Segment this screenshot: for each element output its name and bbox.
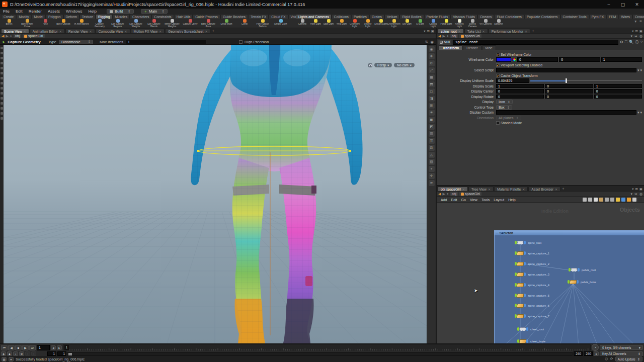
path-node-chip[interactable]: spaceGirl	[459, 192, 481, 196]
shelf-tool-spot-light[interactable]: Spot Light	[322, 19, 335, 28]
render-flag[interactable]	[524, 241, 526, 244]
parm-tab-transform[interactable]: Transform	[439, 45, 462, 50]
high-precision-checkbox[interactable]	[239, 40, 243, 44]
shelf-tool-environment-light[interactable]: Environment Light	[387, 19, 400, 28]
maximize-button[interactable]: ▢	[616, 2, 630, 7]
display-option-icon-3[interactable]: ⤢	[429, 67, 435, 73]
shelf-tab-oceans[interactable]: Oceans	[477, 14, 494, 19]
vector-field[interactable]: 1	[594, 84, 642, 88]
go-start-button[interactable]: ⏮	[1, 345, 8, 350]
jump-icon[interactable]: ➥	[634, 192, 637, 196]
left-tool-icon-4[interactable]	[1, 67, 3, 69]
left-tool-icon-12[interactable]	[1, 107, 3, 110]
display-option-icon-16[interactable]: ▧	[429, 159, 435, 165]
render-flag[interactable]	[524, 273, 526, 276]
view-selector[interactable]: Persp▾	[374, 63, 392, 67]
shelf-tab-lights-and-cameras[interactable]: Lights and Cameras	[296, 14, 332, 19]
viewport-tab-scene-view[interactable]: Scene View✕	[1, 29, 29, 33]
display-flag[interactable]	[517, 327, 519, 331]
shelf-tab-collisions[interactable]: Collisions	[332, 14, 351, 19]
shelf-tool-mirror-capture-weights[interactable]: Mirror Capture Weights	[163, 19, 181, 28]
display-option-icon-4[interactable]: ▦	[429, 74, 435, 80]
character-model[interactable]	[185, 45, 366, 343]
jump-icon[interactable]: ➥	[634, 34, 637, 38]
display-option-icon-13[interactable]: ◫	[429, 138, 435, 144]
shelf-tab-rigging[interactable]: Rigging	[96, 14, 112, 19]
params-tab-add[interactable]: +	[532, 29, 534, 33]
shelf-tab-vellum[interactable]: Vellum	[384, 14, 399, 19]
params-tab-take-list[interactable]: Take List✕	[464, 29, 488, 33]
left-tool-icon-14[interactable]	[1, 117, 3, 120]
shelf-tool-edit-capture-weights[interactable]: Edit Capture Weights	[127, 19, 145, 28]
current-frame-field[interactable]: 1	[37, 345, 50, 350]
node-spine_root[interactable]: spine_root	[515, 240, 541, 245]
shelf-tab-characters[interactable]: Characters	[130, 14, 151, 19]
hip-control-circle[interactable]	[197, 146, 351, 335]
keys-summary-dropdown[interactable]: 0 keys, 5/9 channels ▾	[600, 345, 643, 350]
checkbox-cache-object-transform[interactable]: ✔	[496, 74, 500, 77]
notes-icon[interactable]	[616, 198, 620, 202]
playback-options-button[interactable]: ◔	[592, 344, 599, 351]
shelf-tab-viscous-fluids[interactable]: Viscous Fluids	[450, 14, 477, 19]
render-flag[interactable]	[524, 251, 526, 255]
shelf-tab-grains[interactable]: Grains	[369, 14, 384, 19]
snapshot-icon[interactable]	[594, 198, 598, 202]
main-desktop-selector[interactable]: ＋ Main ⇕	[141, 9, 168, 14]
forward-icon[interactable]: ▶	[442, 192, 445, 196]
shelf-tool-bake-capture-pose[interactable]: Bake Capture Pose	[199, 19, 217, 28]
timeline-ruler[interactable]: 1	[63, 344, 591, 350]
shelf-tool-area-light[interactable]: Area Light	[335, 19, 348, 28]
key-mode-dropdown[interactable]: Key All Channels ⇕	[600, 351, 643, 356]
pane-menu-icon[interactable]: ▾	[632, 29, 633, 33]
shelf-tab-particle-fluids[interactable]: Particle Fluids	[424, 14, 451, 19]
shelf-tool-vr-camera[interactable]: VR Camera	[479, 19, 492, 28]
render-flag[interactable]	[578, 268, 580, 272]
pane-menu-icon[interactable]: ▾	[632, 187, 633, 191]
ghost-icon[interactable]: ▫	[25, 351, 30, 356]
shelf-tool-portal-light[interactable]: Portal Light	[440, 19, 453, 28]
left-tool-icon-5[interactable]	[1, 72, 3, 74]
display-option-icon-12[interactable]: ▥	[429, 131, 435, 137]
params-tab-spine-root[interactable]: spine_root✕	[438, 29, 464, 33]
display-option-icon-0[interactable]: ◉	[429, 46, 435, 52]
pin-icon[interactable]: ⌖	[447, 192, 449, 196]
shelf-tool-capture-geometry[interactable]: Capture Geometry	[91, 19, 109, 28]
chevron-down-icon[interactable]: ▾	[631, 34, 633, 38]
network-tab-obj-spacegirl[interactable]: obj spaceGirl✕	[438, 187, 468, 191]
menu-render[interactable]: Render	[26, 9, 45, 14]
snapshot-icon[interactable]: ◍	[639, 192, 642, 196]
max-iterations-field[interactable]: 1	[126, 40, 206, 44]
shelf-tab-guide-process[interactable]: Guide Process	[193, 14, 220, 19]
shelf-menu-icon[interactable]: ▾	[634, 19, 636, 24]
left-tool-icon-2[interactable]	[1, 57, 3, 59]
forward-icon[interactable]: ▶	[442, 34, 445, 38]
left-tool-icon-11[interactable]	[1, 102, 3, 105]
left-tool-icon-8[interactable]	[1, 87, 3, 89]
left-tool-icon-0[interactable]	[1, 47, 3, 49]
ghost2-icon[interactable]: ▫	[31, 351, 36, 356]
node-spine_capture_7[interactable]: spine_capture_7	[515, 314, 549, 318]
display-option-icon-9[interactable]: ☀	[429, 110, 435, 116]
shelf-tab-constraints[interactable]: Constraints	[151, 14, 174, 19]
shelf-tool-edit-capture-regions[interactable]: Edit Capture Regions	[109, 19, 127, 28]
shelf-tab-hair-utils[interactable]: Hair Utils	[174, 14, 193, 19]
menu-windows[interactable]: Windows	[63, 9, 85, 14]
shelf-tab-model[interactable]: Model	[31, 14, 46, 19]
shelf-tool-capture-layer[interactable]: Capture Layer	[181, 19, 199, 28]
range-slider[interactable]	[67, 352, 573, 356]
shelf-tab-polygon[interactable]: Polygon	[46, 14, 63, 19]
shelf-tab-wires[interactable]: Wires	[619, 14, 632, 19]
shelf-tool-bone-objects[interactable]: Bone Objects	[54, 19, 72, 28]
shelf-tool-pose-space-deform[interactable]: Pose-Space Deform	[254, 19, 272, 28]
color-swatch[interactable]	[496, 57, 511, 62]
shelf-expand-icon[interactable]: ≡	[639, 19, 642, 24]
pane-maximize-icon[interactable]: ▣	[639, 29, 642, 33]
select-display[interactable]: Icon⇕	[496, 100, 513, 104]
shelf-tool-ik-from-bones[interactable]: IK from Bones	[72, 19, 91, 28]
color-wheel-icon[interactable]	[512, 58, 516, 62]
options-icon[interactable]: ⚙	[19, 351, 24, 356]
menu-help[interactable]: Help	[85, 9, 99, 14]
viewport-3d[interactable]: Persp▾ No cam▾	[4, 45, 427, 343]
play-button[interactable]: ▶	[22, 345, 29, 350]
vector-field[interactable]: 0	[594, 89, 642, 94]
